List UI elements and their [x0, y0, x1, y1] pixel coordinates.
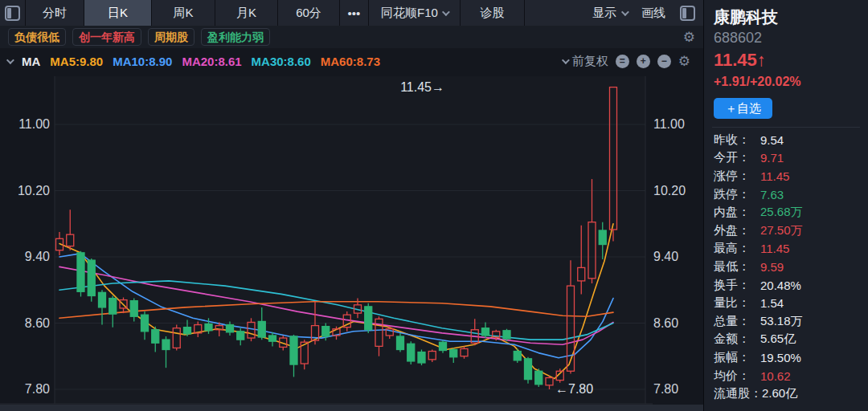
panel-divider [712, 127, 860, 128]
stock-tag[interactable]: 创一年新高 [72, 28, 141, 46]
collapse-right-panel-button[interactable] [680, 6, 695, 21]
quote-row: 外盘：27.50万 [714, 222, 860, 240]
draw-line-button[interactable]: 画线 [641, 6, 665, 21]
period-tabbar: 分时 日K 周K 月K 60分 ••• 同花顺F10 诊股 显示 画线 [0, 0, 703, 26]
gear-icon[interactable]: ⚙ [683, 31, 695, 44]
chevron-down-icon [562, 56, 570, 64]
quote-panel: 康鹏科技 688602 11.45↑ +1.91/+20.02% ＋自选 昨收：… [703, 0, 868, 411]
quote-row-list: 昨收：9.54今开：9.71涨停：11.45跌停：7.63内盘：25.68万外盘… [714, 131, 860, 403]
list-circle-icon[interactable]: = [616, 55, 629, 68]
time-axis-strip[interactable] [0, 405, 703, 411]
zoom-out-icon[interactable]: − [657, 55, 671, 68]
stock-tag[interactable]: 负债很低 [8, 28, 66, 46]
stock-name: 康鹏科技 [714, 6, 860, 27]
quote-row: 最高：11.45 [714, 240, 860, 258]
quote-row: 涨停：11.45 [714, 167, 860, 185]
chart-controls: 前复权 = + − ⚙ [562, 54, 697, 69]
quote-row: 振幅：19.50% [714, 348, 860, 367]
ma30-legend: MA30:8.60 [252, 55, 311, 68]
tab-ths-f10[interactable]: 同花顺F10 [369, 0, 461, 26]
more-periods-button[interactable]: ••• [340, 0, 369, 26]
y-axis-tick-right: 7.80 [653, 382, 702, 397]
quote-row: 最低：9.59 [714, 258, 860, 276]
tab-fenshi[interactable]: 分时 [26, 0, 84, 26]
quote-row: 流通股：2.60亿 [714, 385, 860, 403]
chevron-down-icon [442, 8, 450, 16]
tab-daily-k[interactable]: 日K [84, 0, 152, 26]
price-change: +1.91/+20.02% [714, 72, 860, 92]
ma10-legend: MA10:8.90 [113, 55, 172, 68]
stock-tag[interactable]: 周期股 [148, 28, 194, 46]
topbar-right-controls: 显示 画线 [592, 0, 703, 26]
y-axis-tick-left: 9.40 [0, 250, 50, 264]
y-axis-tick-right: 9.40 [653, 250, 702, 264]
quote-row: 均价：10.62 [714, 367, 860, 385]
y-axis-tick-left: 8.60 [0, 316, 50, 331]
low-price-annotation: ←7.80 [555, 382, 593, 397]
more-icon: ••• [348, 6, 361, 20]
adjust-mode-dropdown[interactable]: 前复权 [562, 54, 608, 69]
gear-icon[interactable]: ⚙ [678, 55, 690, 68]
ma-legend-row: MA MA5:9.80 MA10:8.90 MA20:8.61 MA30:8.6… [0, 48, 703, 74]
tab-zhengu[interactable]: 诊股 [461, 0, 525, 26]
high-price-annotation: 11.45→ [400, 80, 444, 95]
stock-code: 688602 [714, 27, 860, 48]
chart-main-area: 分时 日K 周K 月K 60分 ••• 同花顺F10 诊股 显示 画线 负债很低… [0, 0, 703, 411]
last-price: 11.45↑ [714, 48, 860, 72]
topbar-spacer [525, 0, 592, 26]
y-axis-tick-left: 7.80 [0, 382, 50, 397]
quote-row: 量比：1.54 [714, 294, 860, 312]
quote-row: 今开：9.71 [714, 149, 860, 168]
candlestick-chart[interactable] [0, 76, 653, 405]
quote-row: 昨收：9.54 [714, 131, 860, 149]
add-watchlist-button[interactable]: ＋自选 [714, 98, 772, 119]
quote-row: 换手：20.48% [714, 276, 860, 295]
y-axis-tick-right: 8.60 [653, 316, 702, 331]
stock-chart-app: 分时 日K 周K 月K 60分 ••• 同花顺F10 诊股 显示 画线 负债很低… [0, 0, 868, 411]
chevron-down-icon [621, 8, 629, 16]
ma-title: MA [22, 55, 40, 68]
collapse-left-panel-button[interactable] [0, 0, 26, 26]
quote-row: 总量：53.18万 [714, 312, 860, 331]
display-menu-button[interactable]: 显示 [592, 6, 627, 21]
quote-row: 金额：5.65亿 [714, 331, 860, 349]
panel-toggle-icon [5, 6, 20, 21]
y-axis-tick-left: 11.00 [0, 117, 50, 132]
tab-monthly-k[interactable]: 月K [215, 0, 278, 26]
ma20-legend: MA20:8.61 [182, 55, 241, 68]
ma60-legend: MA60:8.73 [321, 55, 380, 68]
y-axis-tick-right: 11.00 [653, 117, 702, 132]
y-axis-tick-right: 10.20 [653, 184, 702, 198]
y-axis-tick-left: 10.20 [0, 184, 50, 198]
ma5-legend: MA5:9.80 [50, 55, 103, 68]
tab-60min[interactable]: 60分 [278, 0, 340, 26]
chevron-down-icon[interactable] [6, 56, 14, 64]
quote-row: 内盘：25.68万 [714, 203, 860, 222]
tab-weekly-k[interactable]: 周K [152, 0, 215, 26]
zoom-in-icon[interactable]: + [637, 55, 650, 68]
quote-row: 跌停：7.63 [714, 185, 860, 204]
stock-tag-row: 负债很低 创一年新高 周期股 盈利能力弱 ⚙ [0, 26, 703, 48]
stock-tag[interactable]: 盈利能力弱 [201, 28, 270, 46]
